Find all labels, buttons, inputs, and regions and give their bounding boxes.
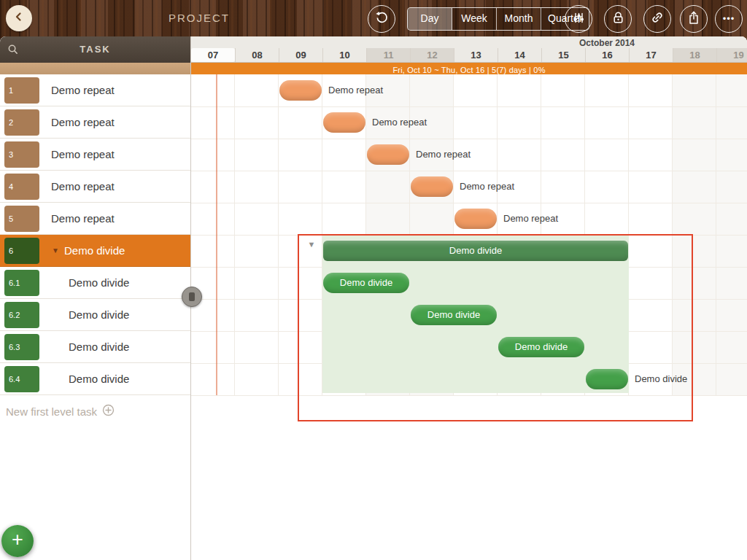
task-label: Demo repeat — [51, 203, 115, 234]
gantt-bar-4[interactable] — [411, 176, 453, 197]
task-row-6.3[interactable]: 6.3Demo divide — [0, 331, 190, 363]
back-button[interactable] — [6, 5, 32, 31]
view-mode-day[interactable]: Day — [408, 8, 452, 30]
bar-label: Demo repeat — [416, 144, 471, 165]
day-cell-13[interactable]: 13 — [454, 48, 498, 62]
task-label: Demo divide — [69, 267, 129, 298]
task-row-6.1[interactable]: 6.1Demo divide — [0, 267, 190, 299]
day-cell-17[interactable]: 17 — [629, 48, 673, 62]
task-label: Demo divide — [64, 235, 125, 266]
grip-icon — [189, 292, 195, 301]
task-badge: 6 — [4, 238, 39, 264]
task-badge: 6.3 — [4, 334, 39, 360]
undo-button[interactable] — [368, 5, 395, 33]
task-label: Demo repeat — [51, 171, 115, 202]
task-badge: 6.2 — [4, 302, 39, 328]
view-mode-week[interactable]: Week — [452, 8, 497, 30]
app: PROJECT DayWeekMonthQuarter — [0, 0, 747, 560]
day-cell-15[interactable]: 15 — [541, 48, 585, 62]
day-cell-08[interactable]: 08 — [235, 48, 279, 62]
toolbar: PROJECT DayWeekMonthQuarter — [0, 0, 747, 36]
task-row-6.4[interactable]: 6.4Demo divide — [0, 363, 190, 395]
share-button[interactable] — [680, 5, 708, 33]
task-row-3[interactable]: 3Demo repeat — [0, 139, 190, 171]
task-badge: 6.4 — [4, 366, 39, 392]
day-cell-16[interactable]: 16 — [585, 48, 629, 62]
share-icon — [688, 11, 700, 28]
gantt-bar-6.2[interactable]: Demo divide — [411, 305, 497, 325]
new-task-row[interactable]: New first level task — [0, 401, 190, 421]
task-column-header: TASK — [0, 36, 190, 63]
project-summary-strip — [0, 63, 190, 74]
task-label: Demo divide — [69, 331, 129, 362]
plus-icon: + — [12, 530, 23, 550]
task-list: 1Demo repeat2Demo repeat3Demo repeat4Dem… — [0, 74, 190, 395]
splitter-handle[interactable] — [182, 287, 202, 307]
row-divider — [191, 171, 747, 171]
collapse-arrow-icon[interactable]: ▼ — [52, 235, 59, 266]
gantt-bar-5[interactable] — [454, 209, 497, 229]
timeline-header: October 2014 07080910111213141516171819 — [191, 36, 747, 63]
view-mode-month[interactable]: Month — [497, 8, 541, 30]
task-label: Demo repeat — [51, 139, 115, 170]
gantt-bar-1[interactable] — [279, 80, 322, 101]
day-cell-19[interactable]: 19 — [716, 48, 747, 62]
row-divider — [191, 106, 747, 107]
day-cell-10[interactable]: 10 — [322, 48, 366, 62]
chevron-left-icon — [14, 12, 24, 25]
add-task-fab[interactable]: + — [1, 525, 34, 557]
view-mode-control: DayWeekMonthQuarter — [407, 7, 589, 31]
month-label: October 2014 — [579, 38, 635, 48]
task-badge: 5 — [4, 206, 39, 232]
gantt-bar-3[interactable] — [367, 144, 409, 165]
bar-label: Demo repeat — [372, 112, 427, 133]
task-label: Demo divide — [69, 299, 129, 330]
task-badge: 6.1 — [4, 270, 39, 296]
task-row-4[interactable]: 4Demo repeat — [0, 171, 190, 203]
sliders-icon — [573, 12, 585, 27]
task-label: Demo repeat — [51, 106, 115, 138]
task-sidebar: TASK 1Demo repeat2Demo repeat3Demo repea… — [0, 36, 191, 560]
task-row-5[interactable]: 5Demo repeat — [0, 203, 190, 235]
gantt-bar-6.1[interactable]: Demo divide — [323, 273, 409, 293]
task-row-2[interactable]: 2Demo repeat — [0, 106, 190, 139]
gantt-bar-6.3[interactable]: Demo divide — [498, 337, 584, 357]
task-badge: 3 — [4, 141, 39, 168]
bar-label: Demo repeat — [328, 80, 383, 101]
more-button[interactable]: ••• — [715, 5, 743, 33]
day-cell-07[interactable]: 07 — [191, 48, 235, 62]
task-badge: 2 — [4, 109, 39, 136]
day-cell-09[interactable]: 09 — [279, 48, 322, 62]
task-label: Demo repeat — [51, 74, 115, 106]
task-row-6[interactable]: 6▼Demo divide — [0, 235, 190, 267]
link-icon — [651, 11, 664, 27]
content: TASK 1Demo repeat2Demo repeat3Demo repea… — [0, 36, 747, 560]
selection-info-text: Fri, Oct 10 ~ Thu, Oct 16 | 5(7) days | … — [392, 66, 545, 74]
task-label: Demo divide — [69, 363, 129, 394]
row-divider — [191, 139, 747, 139]
day-cell-12[interactable]: 12 — [410, 48, 454, 62]
row-divider — [191, 203, 747, 203]
gantt-panel: October 2014 07080910111213141516171819 … — [191, 36, 747, 560]
add-circle-icon — [102, 404, 115, 419]
day-cell-14[interactable]: 14 — [498, 48, 541, 62]
task-row-1[interactable]: 1Demo repeat — [0, 74, 190, 106]
selection-info-bar: Fri, Oct 10 ~ Thu, Oct 16 | 5(7) days | … — [191, 63, 747, 74]
day-cell-18[interactable]: 18 — [673, 48, 716, 62]
link-button[interactable] — [643, 5, 671, 33]
new-task-label: New first level task — [6, 405, 97, 418]
task-row-6.2[interactable]: 6.2Demo divide — [0, 299, 190, 331]
gantt-bar-6.4[interactable] — [586, 369, 628, 389]
undo-icon — [375, 11, 389, 28]
gantt-bar-2[interactable] — [323, 112, 365, 133]
selection-rectangle[interactable] — [298, 234, 693, 421]
adjust-button[interactable] — [565, 5, 592, 33]
today-line — [216, 74, 217, 395]
lock-icon — [613, 12, 624, 27]
collapse-arrow-icon[interactable]: ▼ — [306, 240, 317, 249]
day-cell-11[interactable]: 11 — [366, 48, 410, 62]
sidebar-header: TASK — [0, 36, 190, 63]
lock-button[interactable] — [604, 5, 632, 33]
gantt-bar-6[interactable]: Demo divide — [323, 241, 628, 261]
task-badge: 1 — [4, 77, 39, 104]
